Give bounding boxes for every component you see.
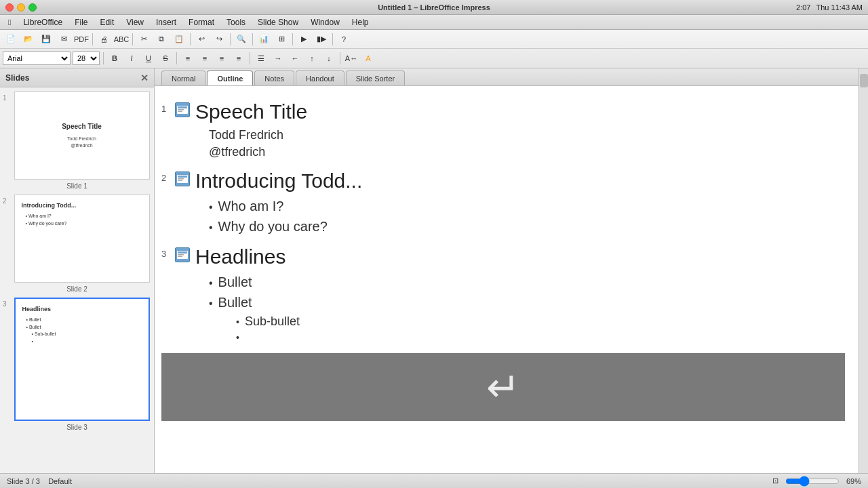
outline-slide3-subbullet1[interactable]: • Sub-bullet	[236, 312, 845, 331]
pdf-btn[interactable]: PDF	[73, 32, 90, 47]
tab-slide-sorter[interactable]: Slide Sorter	[346, 70, 405, 85]
tab-outline[interactable]: Outline	[207, 70, 253, 85]
battery-info: 2:07	[796, 3, 810, 12]
print-btn[interactable]: 🖨	[96, 32, 112, 47]
svg-rect-12	[178, 251, 187, 253]
list-btn[interactable]: ☰	[254, 52, 269, 65]
menu-edit[interactable]: Edit	[95, 16, 120, 28]
sep5	[252, 33, 253, 45]
open-btn[interactable]: 📂	[20, 32, 37, 47]
new-btn[interactable]: 📄	[3, 32, 19, 47]
outline-slide-icon-3[interactable]	[175, 247, 190, 262]
menu-file[interactable]: File	[69, 16, 93, 28]
outline-slide2-bullet1[interactable]: • Who am I?	[209, 196, 845, 216]
outline-slide3-bullet1-text[interactable]: Bullet	[218, 272, 252, 292]
menu-tools[interactable]: Tools	[221, 16, 251, 28]
menu-view[interactable]: View	[121, 16, 149, 28]
tab-normal[interactable]: Normal	[161, 70, 205, 85]
spellcheck-btn[interactable]: ABC	[113, 32, 130, 47]
view-tabs: Normal Outline Notes Handout Slide Sorte…	[155, 68, 859, 86]
menu-format[interactable]: Format	[183, 16, 220, 28]
indent-more-btn[interactable]: →	[271, 52, 285, 65]
align-left-btn[interactable]: ≡	[180, 52, 195, 65]
outline-slide2-bullet1-text[interactable]: Who am I?	[218, 196, 284, 216]
slide-number-2: 2	[3, 197, 12, 205]
promote-btn[interactable]: ↑	[304, 52, 319, 65]
sep3	[190, 33, 191, 45]
outline-content[interactable]: 1 Speech Title Todd Fredrich @tfredrich …	[155, 86, 859, 473]
align-right-btn[interactable]: ≡	[214, 52, 229, 65]
slide-number-1: 1	[3, 94, 12, 102]
outline-slide3-title[interactable]: Headlines	[195, 245, 845, 269]
font-size-select[interactable]: 28	[73, 52, 100, 65]
outline-slide3-bullet1[interactable]: • Bullet	[209, 272, 845, 292]
slides-panel-close-btn[interactable]: ✕	[140, 73, 149, 83]
outline-slide-icon-1[interactable]	[175, 102, 190, 117]
traffic-lights	[5, 3, 37, 12]
scrollbar-thumb[interactable]	[860, 74, 868, 87]
tab-notes[interactable]: Notes	[254, 70, 294, 85]
char-spacing-btn[interactable]: A↔	[344, 52, 359, 65]
minimize-button[interactable]	[17, 3, 25, 12]
undo-btn[interactable]: ↩	[193, 32, 210, 47]
right-scrollbar[interactable]	[859, 68, 868, 473]
strikethrough-btn[interactable]: S	[158, 52, 173, 65]
slides-panel: Slides ✕ 1 Speech Title Todd Fredrich@tf…	[0, 68, 155, 473]
tab-handout[interactable]: Handout	[296, 70, 344, 85]
zoom-slider[interactable]	[785, 478, 840, 485]
outline-slide3-bullet2-text[interactable]: Bullet	[218, 292, 252, 312]
insert-chart-btn[interactable]: 📊	[256, 32, 272, 47]
indent-less-btn[interactable]: ←	[288, 52, 302, 65]
slide2-thumb-bullet1: • Who am I?	[19, 213, 145, 220]
outline-slide1-subtitle2[interactable]: @tfredrich	[209, 144, 845, 161]
list-item: 2 Introducing Todd... • Who am I? • Why …	[3, 195, 151, 293]
slide-start-btn[interactable]: ▶	[296, 32, 312, 47]
save-btn[interactable]: 💾	[38, 32, 54, 47]
outline-slide1-content: Speech Title Todd Fredrich @tfredrich	[195, 100, 845, 161]
bold-btn[interactable]: B	[107, 52, 122, 65]
email-btn[interactable]: ✉	[56, 32, 72, 47]
slide3-thumb-blank	[18, 383, 146, 417]
menu-insert[interactable]: Insert	[151, 16, 182, 28]
menu-apple[interactable]: 	[3, 16, 16, 28]
close-button[interactable]	[5, 3, 14, 12]
menu-help[interactable]: Help	[347, 16, 374, 28]
outline-slide3-empty-bullet[interactable]: •	[236, 331, 845, 345]
insert-table-btn[interactable]: ⊞	[273, 32, 290, 47]
highlight-btn[interactable]: A	[361, 52, 376, 65]
copy-btn[interactable]: ⧉	[153, 32, 170, 47]
outline-slide-icon-2[interactable]	[175, 171, 190, 186]
slide3-thumb-title: Headlines	[20, 304, 144, 314]
outline-slide1-subtitle1[interactable]: Todd Fredrich	[209, 127, 845, 144]
find-btn[interactable]: 🔍	[233, 32, 250, 47]
outline-slide-num-3: 3	[161, 245, 175, 259]
menu-libreoffice[interactable]: LibreOffice	[18, 16, 68, 28]
outline-slide3-subbullet1-text[interactable]: Sub-bullet	[245, 312, 300, 331]
outline-slide-3: 3 Headlines • Bullet • Bullet	[161, 245, 845, 345]
statusbar-icon1: ⊡	[772, 476, 778, 485]
maximize-button[interactable]	[28, 3, 37, 12]
align-justify-btn[interactable]: ≡	[231, 52, 246, 65]
demote-btn[interactable]: ↓	[321, 52, 336, 65]
outline-slide1-title[interactable]: Speech Title	[195, 100, 845, 124]
slide-end-btn[interactable]: ▮▶	[313, 32, 330, 47]
outline-slide2-bullet2-text[interactable]: Why do you care?	[218, 216, 328, 237]
underline-btn[interactable]: U	[141, 52, 156, 65]
paste-btn[interactable]: 📋	[171, 32, 187, 47]
menu-slideshow[interactable]: Slide Show	[252, 16, 304, 28]
font-name-select[interactable]: Arial	[3, 52, 71, 65]
help-btn[interactable]: ?	[336, 32, 352, 47]
align-center-btn[interactable]: ≡	[197, 52, 212, 65]
slide-thumb-1[interactable]: Speech Title Todd Fredrich@tfredrich	[14, 92, 150, 180]
sub-bullet-dot: •	[236, 315, 239, 329]
menu-window[interactable]: Window	[305, 16, 345, 28]
cut-btn[interactable]: ✂	[136, 32, 152, 47]
slide-thumb-2[interactable]: Introducing Todd... • Who am I? • Why do…	[14, 195, 150, 283]
window-title: Untitled 1 – LibreOffice Impress	[378, 3, 490, 12]
outline-slide2-bullet2[interactable]: • Why do you care?	[209, 216, 845, 237]
redo-btn[interactable]: ↪	[211, 32, 227, 47]
outline-slide3-bullet2[interactable]: • Bullet	[209, 292, 845, 312]
italic-btn[interactable]: I	[124, 52, 139, 65]
outline-slide2-title[interactable]: Introducing Todd...	[195, 169, 845, 193]
slide-thumb-3[interactable]: Headlines • Bullet • Bullet • Sub-bullet…	[14, 298, 150, 421]
